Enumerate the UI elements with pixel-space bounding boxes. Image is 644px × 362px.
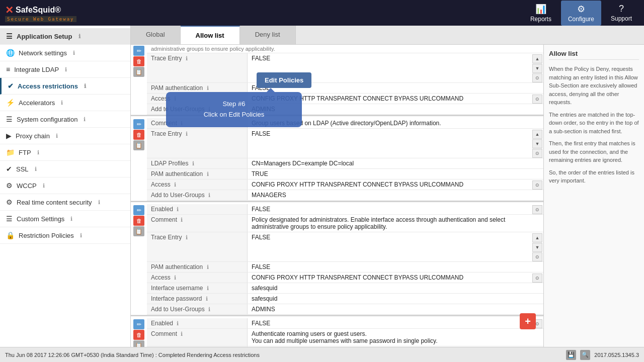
field-label: Add to User-Groups ℹ [147, 190, 248, 200]
edit-policies-button[interactable]: Edit Policies [257, 72, 311, 88]
wccp-icon: ⚙ [6, 182, 13, 190]
proxy-chain-icon: ▶ [6, 132, 12, 140]
help-icon-0: ℹ [78, 33, 80, 40]
step-number: Step #6 [176, 99, 292, 110]
field-label: Trace Entry ℹ [147, 232, 248, 261]
copy-button[interactable]: 📋 [133, 340, 144, 347]
scroll-down-btn[interactable]: ▼ [532, 139, 542, 148]
scroll-up-btn[interactable]: ▲ [532, 233, 542, 242]
tab-global[interactable]: Global [131, 26, 181, 44]
row-controls: ⊙ [531, 94, 543, 104]
edit-button[interactable]: ✏ [133, 119, 144, 129]
sidebar-item-integrate-ldap[interactable]: ≡ Integrate LDAP ℹ [0, 61, 130, 78]
search-icon[interactable]: 🔍 [580, 350, 590, 360]
settings-btn[interactable]: ⊙ [532, 252, 542, 261]
sidebar-item-application-setup[interactable]: ☰ Application Setup ℹ [0, 28, 130, 45]
sidebar-label-wccp: WCCP [17, 182, 37, 190]
field-label: Enabled ℹ [147, 204, 248, 214]
help-icon-2: ℹ [65, 66, 67, 73]
scroll-down-btn[interactable]: ▼ [532, 243, 542, 252]
tooltip-overlay: Edit Policies Step #6 Click on Edit Poli… [257, 72, 311, 88]
copy-button[interactable]: 📋 [133, 140, 144, 150]
edit-button[interactable]: ✏ [133, 205, 144, 215]
add-policy-button[interactable]: + [520, 313, 536, 329]
delete-button[interactable]: 🗑 [133, 56, 144, 66]
field-label: Comment ℹ [147, 215, 248, 232]
copy-button[interactable]: 📋 [133, 226, 144, 236]
sidebar-item-restriction-policies[interactable]: 🔒 Restriction Policies ℹ [0, 227, 130, 244]
policy-row: ✏ 🗑 📋 Comment ℹ Group users based on LDA… [131, 118, 543, 201]
field-value: safesquid [248, 283, 543, 293]
field-value: Authenticate roaming users or guest user… [248, 329, 543, 346]
field-label: Add to User-Groups ℹ [147, 304, 248, 314]
field-value: FALSE [248, 204, 531, 214]
field-label: Access ℹ [147, 179, 248, 190]
sidebar-item-accelerators[interactable]: ⚡ Accelerators ℹ [0, 95, 130, 111]
support-icon: ? [619, 4, 624, 14]
access-restrictions-icon: ✔ [8, 82, 14, 90]
settings-btn[interactable]: ⊙ [532, 73, 542, 82]
edit-button[interactable]: ✏ [133, 319, 144, 329]
sidebar-item-ftp[interactable]: 📁 FTP ℹ [0, 144, 130, 161]
settings-btn[interactable]: ⊙ [532, 149, 542, 158]
sidebar-label-custom-settings: Custom Settings [17, 215, 64, 223]
ssl-icon: ✔ [6, 165, 12, 173]
field-value: safesquid [248, 294, 543, 304]
help-icon-1: ℹ [73, 50, 75, 56]
settings-btn[interactable]: ⊙ [532, 180, 542, 190]
field-value: TRUE [248, 169, 543, 179]
settings-btn[interactable]: ⊙ [532, 274, 542, 283]
application-setup-icon: ☰ [6, 32, 13, 40]
reports-label: Reports [530, 16, 551, 23]
delete-button[interactable]: 🗑 [133, 216, 144, 226]
row-controls: ▲ ▼ ⊙ [531, 232, 543, 261]
tab-deny-list[interactable]: Deny list [240, 26, 296, 44]
tab-allow-list-label: Allow list [196, 32, 224, 39]
right-panel-para-3: Then, the first entry that matches is us… [549, 139, 639, 164]
copy-button[interactable]: 📋 [133, 67, 144, 77]
sidebar-item-real-time-content-security[interactable]: ⚙ Real time content security ℹ [0, 194, 130, 211]
delete-button[interactable]: 🗑 [133, 330, 144, 340]
tab-allow-list[interactable]: Allow list [181, 26, 240, 44]
edit-button[interactable]: ✏ [133, 46, 144, 56]
custom-settings-icon: ☰ [6, 215, 13, 223]
integrate-ldap-icon: ≡ [6, 65, 10, 73]
scroll-up-btn[interactable]: ▲ [532, 130, 542, 139]
content-panels: Edit Policies Step #6 Click on Edit Poli… [131, 45, 644, 347]
header: ✕ SafeSquid® Secure Web Gateway 📊 Report… [0, 0, 644, 26]
save-icon[interactable]: 💾 [566, 350, 576, 360]
field-label: Trace Entry ℹ [147, 346, 248, 347]
status-bar: Thu Jun 08 2017 12:26:06 GMT+0530 (India… [0, 347, 644, 362]
policy-actions: ✏ 🗑 📋 [131, 45, 147, 77]
field-value: FALSE [248, 129, 531, 158]
scroll-up-btn[interactable]: ▲ [532, 54, 542, 63]
accelerators-icon: ⚡ [6, 99, 15, 107]
field-label: Enabled ℹ [147, 318, 248, 328]
network-settings-icon: 🌐 [6, 49, 15, 57]
policy-block-3: ✏ 🗑 📋 Enabled ℹ FALSE [131, 204, 543, 316]
policy-row: ✏ 🗑 📋 Enabled ℹ FALSE [131, 204, 543, 315]
sidebar-label-access-restrictions: Access restrictions [18, 82, 78, 90]
field-label: PAM authentication ℹ [147, 262, 248, 272]
field-value: FALSE [248, 318, 531, 328]
sidebar-item-custom-settings[interactable]: ☰ Custom Settings ℹ [0, 211, 130, 227]
sidebar-item-wccp[interactable]: ⚙ WCCP ℹ [0, 177, 130, 194]
configure-button[interactable]: ⚙ Configure [561, 1, 601, 26]
field-label: Access ℹ [147, 273, 248, 283]
reports-button[interactable]: 📊 Reports [523, 1, 558, 26]
sidebar-item-access-restrictions[interactable]: ✔ Access restrictions ℹ [0, 78, 130, 95]
sidebar-item-ssl[interactable]: ✔ SSL ℹ [0, 161, 130, 177]
settings-btn[interactable]: ⊙ [532, 95, 542, 104]
help-icon-5: ℹ [84, 116, 86, 123]
row-controls: ⊙ [531, 204, 543, 214]
scroll-down-btn[interactable]: ▼ [532, 64, 542, 73]
sidebar-item-system-configuration[interactable]: ☰ System configuration ℹ [0, 111, 130, 128]
sidebar-item-proxy-chain[interactable]: ▶ Proxy chain ℹ [0, 128, 130, 144]
delete-button[interactable]: 🗑 [133, 130, 144, 140]
sidebar-label-real-time: Real time content security [17, 199, 92, 206]
table-area[interactable]: Edit Policies Step #6 Click on Edit Poli… [131, 45, 543, 347]
logo-tagline: Secure Web Gateway [5, 16, 76, 22]
sidebar-item-network-settings[interactable]: 🌐 Network settings ℹ [0, 45, 130, 61]
support-button[interactable]: ? Support [604, 1, 639, 25]
settings-btn[interactable]: ⊙ [532, 205, 542, 214]
